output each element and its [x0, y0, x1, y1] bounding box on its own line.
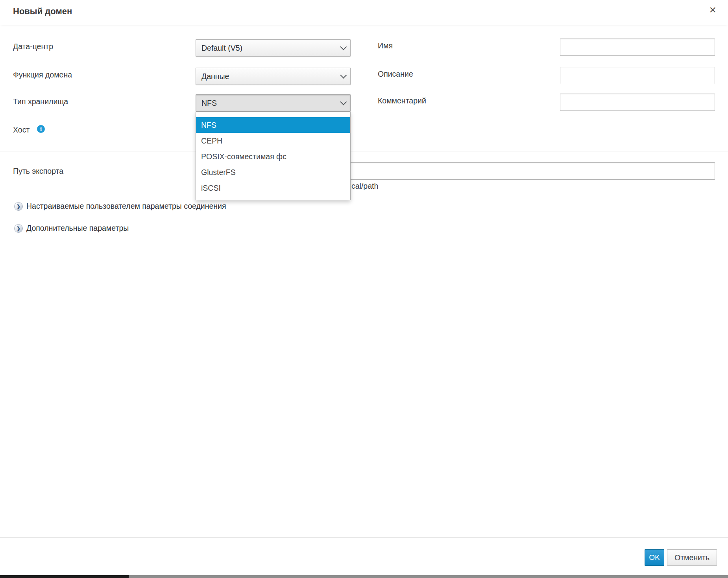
- chevron-right-circle-icon: ❯: [14, 202, 23, 211]
- connection-parameters-expander-label: Настраиваемые пользователем параметры со…: [26, 202, 226, 211]
- bottom-edge-gray-strip: [129, 575, 728, 578]
- export-path-label: Путь экспорта: [13, 162, 63, 180]
- storage-type-dropdown: NFS CEPH POSIX-совместимая фс GlusterFS …: [196, 112, 351, 200]
- chevron-right-circle-icon: ❯: [14, 224, 23, 233]
- footer-divider: [0, 538, 728, 538]
- comment-input[interactable]: [560, 94, 715, 111]
- bottom-edge-dark-strip: [0, 575, 129, 578]
- ok-button[interactable]: OK: [645, 549, 664, 566]
- description-label: Описание: [378, 65, 413, 83]
- name-label: Имя: [378, 37, 393, 54]
- domain-function-label: Функция домена: [13, 66, 72, 83]
- dialog-header: Новый домен ×: [0, 0, 728, 25]
- chevron-down-icon: [340, 99, 347, 105]
- chevron-down-icon: [340, 44, 347, 50]
- chevron-down-icon: [340, 72, 347, 79]
- domain-function-select-value: Данные: [201, 72, 229, 81]
- dropdown-option-ceph[interactable]: CEPH: [196, 133, 350, 149]
- storage-type-label: Тип хранилища: [13, 93, 68, 110]
- close-icon[interactable]: ×: [709, 4, 716, 16]
- advanced-parameters-expander[interactable]: ❯ Дополнительные параметры: [14, 224, 129, 233]
- advanced-parameters-expander-label: Дополнительные параметры: [26, 224, 129, 233]
- dropdown-option-iscsi[interactable]: iSCSI: [196, 180, 350, 196]
- datacenter-label: Дата-центр: [13, 38, 53, 55]
- dropdown-option-nfs[interactable]: NFS: [196, 117, 350, 133]
- section-divider: [0, 151, 728, 151]
- export-path-hint: cal/path: [351, 182, 378, 191]
- info-icon[interactable]: i: [37, 125, 45, 133]
- connection-parameters-expander[interactable]: ❯ Настраиваемые пользователем параметры …: [14, 202, 226, 211]
- dialog-title: Новый домен: [13, 6, 72, 17]
- new-domain-dialog: Новый домен × Дата-центр Default (V5) Фу…: [0, 0, 728, 578]
- description-input[interactable]: [560, 67, 715, 84]
- datacenter-select[interactable]: Default (V5): [196, 39, 351, 57]
- cancel-button[interactable]: Отменить: [667, 549, 717, 566]
- name-input[interactable]: [560, 39, 715, 56]
- host-label: Хост: [13, 121, 30, 138]
- dropdown-option-posix[interactable]: POSIX-совместимая фс: [196, 149, 350, 164]
- dropdown-option-glusterfs[interactable]: GlusterFS: [196, 164, 350, 180]
- datacenter-select-value: Default (V5): [201, 44, 242, 53]
- storage-type-select-value: NFS: [201, 99, 217, 108]
- storage-type-select[interactable]: NFS: [196, 94, 351, 112]
- domain-function-select[interactable]: Данные: [196, 68, 351, 85]
- comment-label: Комментарий: [378, 92, 426, 109]
